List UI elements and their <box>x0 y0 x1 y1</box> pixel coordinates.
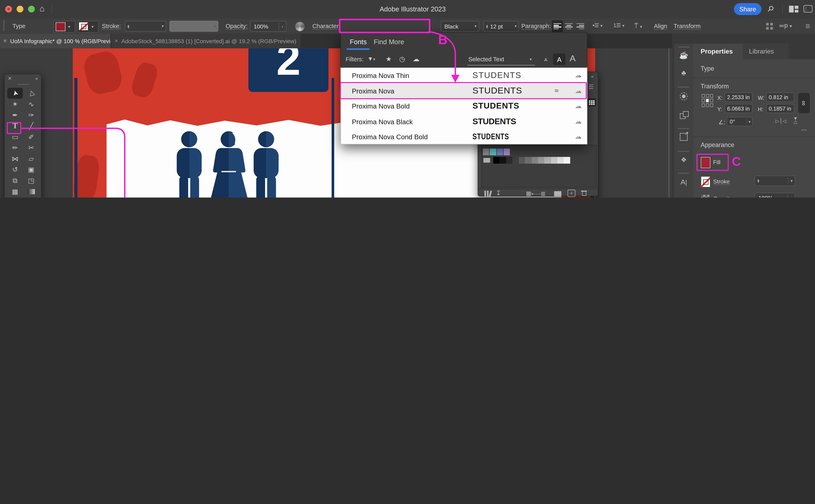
align-right-button[interactable] <box>575 20 586 32</box>
align-center-button[interactable] <box>563 20 574 32</box>
appearance-stroke-label[interactable]: Stroke <box>713 178 730 185</box>
mesh-tool[interactable]: ▦ <box>7 186 23 197</box>
collapse-panel-icon[interactable]: « <box>591 74 594 79</box>
line-segment-tool[interactable]: ╱ <box>23 121 39 132</box>
flip-horizontal-icon[interactable]: ▷⎪◁ <box>775 119 786 124</box>
appearance-fill-swatch[interactable] <box>701 157 711 168</box>
fill-color-swatch[interactable]: ▾ <box>54 21 75 33</box>
w-field[interactable]: 0.812 in <box>766 92 794 102</box>
canvas-scrollbar[interactable] <box>669 48 670 198</box>
activate-font-cloud-icon[interactable]: ☁✓ <box>575 134 582 140</box>
swatch[interactable] <box>483 149 489 155</box>
workspace-switcher-icon[interactable] <box>804 5 812 13</box>
x-field[interactable]: 2.2533 in <box>725 92 753 102</box>
brushes-panel-icon[interactable]: ☕ <box>674 51 693 59</box>
bulleted-list-button[interactable]: •☰ ▾ <box>593 22 603 28</box>
swatch[interactable] <box>538 157 544 164</box>
symbols-panel-icon[interactable]: ♣ <box>674 69 693 77</box>
swatch[interactable] <box>519 157 525 164</box>
swatch[interactable] <box>504 149 510 155</box>
close-window-button[interactable] <box>5 6 12 12</box>
swatch[interactable] <box>493 157 500 164</box>
filter-funnel-icon[interactable]: ▼▾ <box>367 56 375 62</box>
swatch-libraries-icon[interactable] <box>485 191 492 197</box>
home-icon[interactable]: ⌂ <box>40 4 45 13</box>
tab-properties[interactable]: Properties <box>693 44 743 59</box>
sample-size-small-button[interactable]: A <box>544 57 547 63</box>
collapse-panel-icon[interactable]: « <box>35 76 38 81</box>
font-row-proxima-nova-bold[interactable]: Proxima Nova Bold STUDENTS ☁✓ <box>341 99 587 114</box>
transform-more-options[interactable]: ••• <box>802 128 807 132</box>
swatch[interactable] <box>557 157 564 164</box>
font-row-proxima-nova-black[interactable]: Proxima Nova Black STUDENTS ☁✓ <box>341 114 587 129</box>
stroke-weight-field[interactable]: ▲▼ ▾ <box>125 21 166 32</box>
type-tool[interactable]: T <box>7 121 23 132</box>
export-panel-icon[interactable]: ↗ <box>674 133 693 143</box>
rotate-tool[interactable]: ↺ <box>7 164 23 175</box>
rotation-field[interactable]: 0°▾ <box>727 117 753 126</box>
puppet-warp-tool[interactable]: ▣ <box>23 164 39 175</box>
flip-vertical-icon[interactable]: ▼△ <box>793 117 798 123</box>
eyedropper-tool[interactable]: ⊸ <box>7 197 23 198</box>
font-style-dropdown[interactable]: Black▾ <box>441 21 479 32</box>
paragraph-composer-icon[interactable]: ⬹p ▾ <box>779 22 792 29</box>
swatch[interactable] <box>513 157 519 164</box>
y-field[interactable]: 6.0663 in <box>725 104 753 113</box>
perspective-grid-tool[interactable]: ◳ <box>23 175 39 186</box>
curvature-pen-tool[interactable]: ✑ <box>23 110 39 121</box>
appearance-opacity-label[interactable]: Opacity <box>713 195 733 198</box>
close-panel-icon[interactable]: ✕ <box>8 76 12 81</box>
tab-uofa-infographic[interactable]: ✕ UofA Infographic* @ 100 % (RGB/Preview… <box>0 34 111 48</box>
activate-font-cloud-icon[interactable]: ☁✓ <box>575 73 582 79</box>
sample-size-large-button[interactable]: A <box>570 54 576 64</box>
close-tab-icon[interactable]: ✕ <box>0 38 10 44</box>
minimize-window-button[interactable] <box>17 6 23 12</box>
swatch[interactable] <box>545 157 551 164</box>
arrange-documents-icon[interactable] <box>789 6 798 12</box>
close-tab-icon[interactable]: ✕ <box>111 38 121 44</box>
swatch-grid-view-icon[interactable] <box>587 98 596 107</box>
recent-clock-icon[interactable]: ◷ <box>399 55 405 63</box>
swatch-import-icon[interactable]: ↧ <box>496 190 501 197</box>
sample-text-dropdown[interactable]: Selected Text <box>468 56 504 63</box>
tab-fonts[interactable]: Fonts <box>350 38 367 46</box>
paintbrush-tool[interactable]: ✐ <box>23 131 39 142</box>
control-bar-drag-handle[interactable] <box>3 20 5 32</box>
chevron-down-icon[interactable]: ▾ <box>530 57 532 62</box>
gradient-tool[interactable] <box>23 186 39 197</box>
swatch[interactable] <box>551 157 557 164</box>
swatch[interactable] <box>490 149 496 155</box>
shapes-cluster-tool[interactable]: ⬡ <box>23 197 39 198</box>
blob-panel-icon[interactable] <box>674 92 693 102</box>
layers-panel-icon[interactable]: ❖ <box>674 156 693 164</box>
swatch[interactable] <box>497 149 503 155</box>
new-color-group-icon[interactable] <box>554 191 561 197</box>
pen-tool[interactable]: ✒ <box>7 110 23 121</box>
selection-tool[interactable]: ➤ <box>7 88 23 99</box>
activate-font-cloud-icon[interactable]: ☁✓ <box>575 119 582 125</box>
panel-menu-icon[interactable]: ☰ <box>589 84 594 90</box>
swatch[interactable] <box>500 157 506 164</box>
share-button[interactable]: Share <box>734 3 761 15</box>
envelope-distort-button[interactable]: ⍑ ▾ <box>634 22 642 30</box>
folder-icon[interactable] <box>483 158 490 163</box>
delete-swatch-icon[interactable] <box>581 190 587 196</box>
swatch[interactable] <box>532 157 538 164</box>
artboards-panel-icon[interactable] <box>674 111 693 121</box>
tab-adobestock[interactable]: ✕ AdobeStock_588138853 (1) [Converted].a… <box>111 34 300 48</box>
zoom-window-button[interactable] <box>28 6 35 12</box>
magic-wand-tool[interactable]: ✶ <box>7 99 23 110</box>
direct-selection-tool[interactable]: ▷ <box>23 88 39 99</box>
swatch[interactable] <box>525 157 532 164</box>
reference-point-selector[interactable] <box>702 94 713 105</box>
shape-builder-tool[interactable]: ⧉ <box>7 175 23 186</box>
appearance-opacity-field[interactable]: 100%› <box>755 193 795 198</box>
tab-find-more[interactable]: Find More <box>374 38 404 46</box>
pencil-tool[interactable]: ✏ <box>7 142 23 153</box>
link-dimensions-button[interactable]: ∞ <box>798 93 810 113</box>
favorites-star-icon[interactable]: ★ <box>386 55 392 63</box>
font-row-proxima-nova[interactable]: Proxima Nova STUDENTS ≈ ☁✓ <box>341 83 587 99</box>
search-icon[interactable]: ⚲ <box>765 3 776 14</box>
character-panel-icon[interactable]: A| <box>674 178 693 186</box>
tiles-icon[interactable] <box>766 23 773 30</box>
